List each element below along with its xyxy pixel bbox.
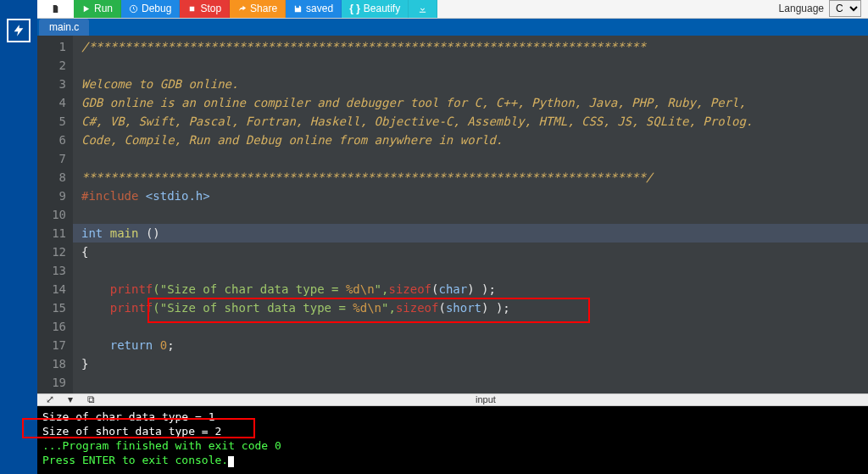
term-line-status: ...Program finished with exit code 0 — [42, 438, 863, 453]
language-label: Language — [779, 3, 824, 14]
language-dropdown[interactable]: C — [829, 0, 861, 17]
stop-label: Stop — [200, 3, 221, 14]
collapse-icon[interactable]: ▾ — [64, 393, 76, 405]
stop-button[interactable]: Stop — [180, 0, 230, 18]
save-label: saved — [306, 3, 333, 14]
code-column[interactable]: /***************************************… — [73, 36, 868, 393]
file-icon — [51, 4, 60, 14]
play-icon — [81, 4, 91, 14]
file-tab[interactable]: main.c — [39, 19, 89, 36]
main-area: Run Debug Stop Share saved { } Beautify … — [37, 0, 868, 474]
site-logo — [7, 19, 31, 42]
share-label: Share — [250, 3, 277, 14]
line-gutter: 123 456 789 101112 131415 161718 19 — [37, 36, 73, 393]
code-editor[interactable]: 123 456 789 101112 131415 161718 19 /***… — [37, 36, 868, 393]
toolbar-spacer — [437, 0, 771, 18]
braces-icon: { } — [349, 3, 360, 14]
save-icon — [293, 4, 303, 14]
beautify-label: Beautify — [364, 3, 400, 14]
download-icon — [418, 4, 427, 14]
left-sidebar — [0, 0, 37, 474]
run-label: Run — [94, 3, 113, 14]
tab-bar: main.c — [37, 19, 868, 36]
new-file-button[interactable] — [37, 0, 74, 18]
share-button[interactable]: Share — [230, 0, 286, 18]
terminal[interactable]: Size of char data type = 1 Size of short… — [37, 406, 868, 474]
save-button[interactable]: saved — [286, 0, 342, 18]
svg-rect-1 — [190, 7, 195, 12]
language-selector: Language C — [772, 0, 868, 18]
bolt-icon — [12, 24, 25, 37]
clock-icon — [129, 4, 138, 14]
cursor-icon — [228, 456, 234, 467]
beautify-button[interactable]: { } Beautify — [342, 0, 409, 18]
term-line: Size of short data type = 2 — [42, 424, 863, 438]
copy-icon[interactable]: ⧉ — [85, 393, 97, 405]
download-button[interactable] — [409, 0, 437, 18]
file-tab-label: main.c — [49, 21, 79, 33]
toolbar: Run Debug Stop Share saved { } Beautify … — [37, 0, 868, 19]
io-strip: ⤢ ▾ ⧉ input — [37, 393, 868, 406]
run-button[interactable]: Run — [74, 0, 121, 18]
debug-button[interactable]: Debug — [121, 0, 180, 18]
active-line: int main () — [73, 224, 868, 243]
expand-icon[interactable]: ⤢ — [44, 393, 56, 405]
debug-label: Debug — [142, 3, 171, 14]
term-line-prompt: Press ENTER to exit console. — [42, 453, 863, 467]
share-icon — [237, 4, 247, 14]
input-tab-label[interactable]: input — [103, 394, 868, 404]
term-line: Size of char data type = 1 — [42, 410, 863, 424]
stop-icon — [187, 4, 197, 14]
